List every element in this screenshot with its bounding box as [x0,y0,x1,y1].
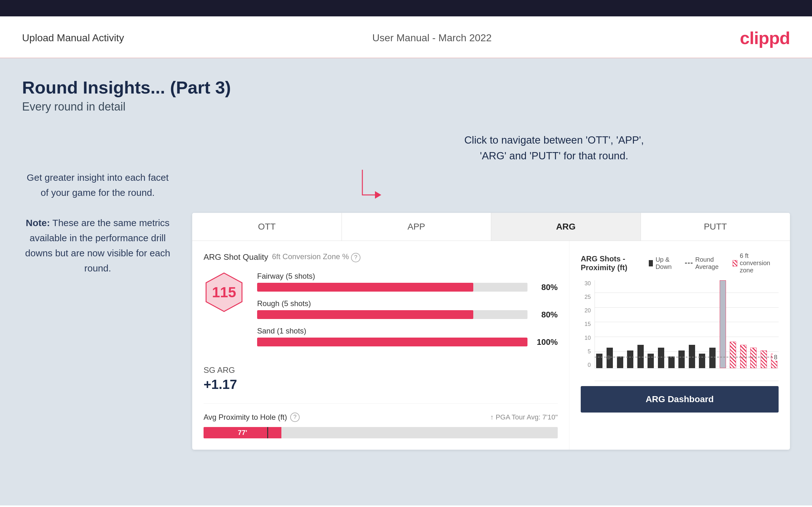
chart-legend: Up & Down Round Average 6 ft conversion … [649,252,778,274]
left-panel: Get greater insight into each facet of y… [22,132,173,276]
upload-label: Upload Manual Activity [22,32,124,44]
chart-bar [617,356,623,368]
chart-bar [648,354,654,369]
chart-bar-group [636,280,645,368]
sg-section: SG ARG +1.17 [204,365,558,392]
widget-body: ARG Shot Quality 6ft Conversion Zone % ? [192,241,790,450]
legend-round-avg: Round Average [685,256,725,271]
chart-bar-group [749,280,758,368]
manual-label: User Manual - March 2022 [372,32,492,44]
shot-bars: Fairway (5 shots) 80% Rou [257,272,558,354]
page-title: Round Insights... (Part 3) [22,77,790,98]
pga-avg: ↑ PGA Tour Avg: 7'10" [490,413,558,421]
round-avg-dot [606,355,611,359]
round-avg-line: 8 [595,357,778,357]
chart-header: ARG Shots - Proximity (ft) Up & Down Rou… [581,252,778,274]
top-bar [0,0,812,16]
annotation-text: Click to navigate between 'OTT', 'APP', … [255,132,812,163]
chart-bar-group [677,280,686,368]
proximity-bar-track: 77' [204,427,558,438]
annotation-arrow [356,170,790,210]
chart-bars-container [595,280,778,369]
tab-app[interactable]: APP [342,213,492,240]
content-area: Get greater insight into each facet of y… [22,132,790,450]
chart-bar-group [657,280,666,368]
chart-bar [709,348,716,368]
hex-container: 115 Fairway (5 shots) [204,272,558,354]
chart-bar [638,345,644,368]
chart-bar [730,342,736,368]
chart-bar [750,348,757,368]
tabs: OTT APP ARG PUTT [192,213,790,241]
chart-title: ARG Shots - Proximity (ft) [581,255,649,272]
tab-arg[interactable]: ARG [491,213,641,240]
tab-putt[interactable]: PUTT [641,213,790,240]
chart-bar [689,345,695,368]
chart-bar-group [698,280,707,368]
chart-bar [699,354,705,369]
chart-bar-group [718,280,727,368]
chart-bar-group [605,280,614,368]
main-content: Round Insights... (Part 3) Every round i… [0,58,812,505]
page-subtitle: Every round in detail [22,100,790,113]
shot-row-sand: Sand (1 shots) 100% [257,327,558,347]
hex-value: 115 [212,284,236,301]
arg-dashboard-button[interactable]: ARG Dashboard [581,386,778,412]
proximity-title: Avg Proximity to Hole (ft) ? [204,412,300,422]
help-icon[interactable]: ? [351,253,360,262]
chart-bar [678,350,685,368]
instruction-text: Get greater insight into each facet of y… [22,170,173,276]
shot-row-fairway: Fairway (5 shots) 80% [257,272,558,292]
widget-left: ARG Shot Quality 6ft Conversion Zone % ? [192,241,569,450]
widget: OTT APP ARG PUTT ARG Shot Quality 6ft Co… [192,213,790,450]
chart-bar-group [728,280,738,368]
chart-bar [668,356,675,368]
chart-area: 30 25 20 15 10 5 0 [581,280,778,381]
chart-bar-group [687,280,696,368]
widget-right: ARG Shots - Proximity (ft) Up & Down Rou… [569,241,790,450]
chart-bar [740,345,747,368]
chart-bar [761,350,767,368]
round-avg-label: 8 [773,354,778,361]
logo: clippd [740,28,790,48]
hexagon: 115 [204,272,245,313]
proximity-section: Avg Proximity to Hole (ft) ? ↑ PGA Tour … [204,403,558,438]
chart-bar-group [595,280,604,368]
chart-bar [720,280,726,368]
sg-label: SG ARG [204,365,558,375]
chart-bar-group [615,280,624,368]
svg-marker-0 [375,191,381,199]
annotation-area: Click to navigate between 'OTT', 'APP', … [192,132,790,450]
legend-conversion-zone: 6 ft conversion zone [732,252,778,274]
header: Upload Manual Activity User Manual - Mar… [0,16,812,58]
chart-bar-group [646,280,655,368]
tab-ott[interactable]: OTT [192,213,342,240]
proximity-help-icon[interactable]: ? [290,412,300,422]
footer: Copyright Clippd 2021 [0,505,812,507]
chart-bar-group [667,280,676,368]
legend-up-down: Up & Down [649,256,677,271]
note-bold: Note: [26,218,50,228]
chart-bar-group [626,280,635,368]
section-title: ARG Shot Quality 6ft Conversion Zone % ? [204,252,558,262]
chart-bar [658,348,664,368]
chart-bar-group [759,280,768,368]
chart-bar-group [708,280,717,368]
chart-bar [627,350,633,368]
chart-bar-group [739,280,748,368]
sg-value: +1.17 [204,377,558,392]
shot-row-rough: Rough (5 shots) 80% [257,299,558,320]
chart-bar [596,354,603,369]
chart-y-axis: 30 25 20 15 10 5 0 [581,280,593,369]
